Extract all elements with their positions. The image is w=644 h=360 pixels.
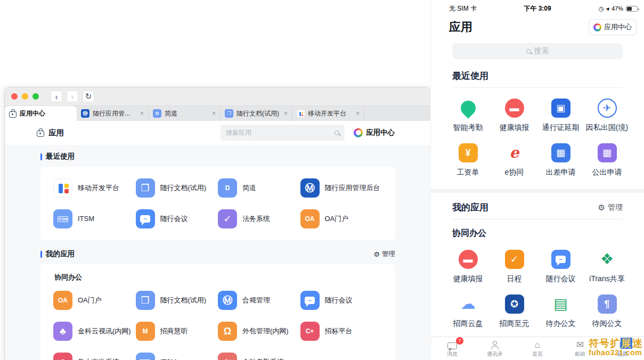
app-label: 通行证延期 [542,123,580,133]
app-item[interactable]: ee协同 [491,133,537,177]
close-window-button[interactable] [11,93,18,100]
app-item[interactable]: ❖iTrans共享 [584,239,630,284]
app-center-button[interactable]: 应用中心 [354,121,395,144]
tab-close-icon[interactable]: × [284,110,288,117]
approval-icon: G [53,353,72,360]
app-icon-wrap: ¥ [459,142,478,163]
tab-label: 随行文档(试用) [237,109,281,118]
tabbar-item-contacts[interactable]: 通讯录 [474,337,516,360]
app-item[interactable]: 移动开发平台 [53,177,136,199]
app-item[interactable]: ▬健康填报 [445,239,491,284]
tabbar-label: 消息 [447,350,458,358]
app-label: 待办公文 [546,319,576,329]
app-item[interactable]: ✪招商至元 [491,284,537,329]
tabbar-item-message[interactable]: 7消息 [431,337,474,360]
browser-tab[interactable]: Ⓜ随行应用管...× [77,106,149,121]
app-item[interactable]: ¶待阅公文 [584,284,630,329]
jiandao-icon: D [153,109,161,118]
app-item[interactable]: OAOA门户 [300,208,383,230]
zhiyuan-icon: ✪ [505,294,524,314]
abroad-icon: ✈ [598,99,617,118]
app-item[interactable]: Ⓜ随行应用管理后台 [300,177,383,199]
my-apps-title-text: 我的应用 [46,249,75,259]
app-item[interactable]: ▬健康填报 [491,88,537,133]
browser-tab[interactable]: ❐随行文档(试用)× [221,106,292,121]
app-center-label: 应用中心 [604,22,632,32]
tab-label: 移动开发平台 [308,109,353,118]
reload-button[interactable]: ↻ [83,91,94,102]
app-item[interactable]: G集中审批系统 [53,351,136,360]
back-button[interactable]: ‹ [51,91,62,102]
my-apps-title-text: 我的应用 [452,201,488,214]
app-item[interactable]: ❐随行文档(试用) [136,290,218,311]
app-label: 出差申请 [546,168,576,177]
app-label: 招标平台 [325,327,353,336]
app-item[interactable]: ITSMITSM [136,351,218,360]
browser-tab[interactable]: D简道× [149,106,221,121]
tab-label: 随行应用管... [93,109,137,118]
outsourcing-icon: Ω [218,322,237,341]
app-label: 招商慧听 [160,327,188,336]
app-item[interactable]: ✓法务系统 [218,208,300,230]
app-item[interactable]: M招商慧听 [136,321,218,342]
app-icon-wrap [459,97,478,119]
manage-button[interactable]: ⚙ 管理 [598,203,623,212]
minimize-window-button[interactable] [22,93,28,100]
app-item[interactable]: ☁招商云盘 [445,284,491,329]
app-item[interactable]: ▣通行证延期 [537,88,584,133]
app-label: e协同 [505,168,524,177]
unread-badge: 7 [456,337,463,345]
app-center-button[interactable]: 应用中心 [589,19,637,35]
zoom-window-button[interactable] [32,93,39,100]
app-label: 法务系统 [242,215,270,223]
status-right-cluster: ◷ ➤ 47% [599,5,638,12]
app-label: 健康填报 [453,274,483,284]
app-item[interactable]: Ω外包管理(内网) [218,321,300,342]
app-label: 招商至元 [500,319,529,329]
app-item[interactable]: ❐随行文档(试用) [136,177,218,199]
jiandao-icon: D [218,178,237,198]
app-label: 日程 [507,274,522,284]
app-label: 随行文档(试用) [160,184,207,192]
calendar-icon: ✓ [505,250,524,269]
search-input[interactable]: 搜索应用 [221,125,345,141]
watermark: 符号扩展迷 fuhao321.com [589,338,643,357]
browser-tab[interactable]: 应用中心 [5,106,77,121]
app-item[interactable]: ≋金融考勤系统 [218,351,300,360]
app-item[interactable]: 智能考勤 [445,88,491,133]
search-input[interactable]: 搜索 [452,43,623,59]
app-item[interactable]: C+招标平台 [300,321,383,342]
app-item[interactable]: ♣金科云视讯(内网) [53,321,136,342]
forward-button[interactable]: › [67,91,78,102]
recent-title-text: 最近使用 [46,152,75,161]
tabbar-label: 邮箱 [575,350,585,358]
app-icon-wrap: ▬ [459,249,478,270]
tab-close-icon[interactable]: × [140,110,144,117]
app-item[interactable]: ~随行会议 [136,208,218,230]
divider [452,219,623,219]
app-item[interactable]: ▦公出申请 [584,133,630,177]
app-item[interactable]: ITSMITSM [53,208,136,230]
app-item[interactable]: ✈因私出国(境) [584,88,630,133]
legal-system-icon: ✓ [218,209,237,228]
app-item[interactable]: D简道 [218,177,300,199]
app-icon-wrap: ▣ [551,97,570,119]
app-item[interactable]: ✓日程 [491,239,537,284]
app-item[interactable]: ~随行会议 [537,239,584,284]
browser-tab[interactable]: 移动开发平台× [292,106,364,121]
app-item[interactable]: ~随行会议 [300,290,383,311]
tabbar-item-home[interactable]: ⌂首页 [516,337,559,360]
todo-docs-icon: ▤ [551,294,570,314]
app-item[interactable]: Ⓜ合规管理 [218,290,300,311]
tab-close-icon[interactable]: × [356,110,360,117]
tab-close-icon[interactable]: × [212,110,216,117]
manage-button[interactable]: ⚙ 管理 [373,250,395,259]
app-item[interactable]: OAOA门户 [53,290,136,311]
app-label: 智能考勤 [453,123,483,133]
suixing-meeting-icon: ~ [136,209,155,228]
cloud-video-icon: ♣ [53,322,72,341]
app-item[interactable]: ¥工资单 [445,133,491,177]
app-bag-icon [37,130,44,137]
app-item[interactable]: ▤待办公文 [537,284,584,329]
app-item[interactable]: ▦出差申请 [537,133,584,177]
